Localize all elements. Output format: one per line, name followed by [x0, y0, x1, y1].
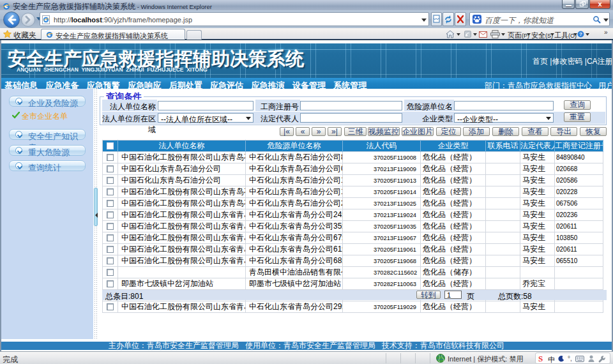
svg-text:?: ?	[579, 31, 582, 37]
